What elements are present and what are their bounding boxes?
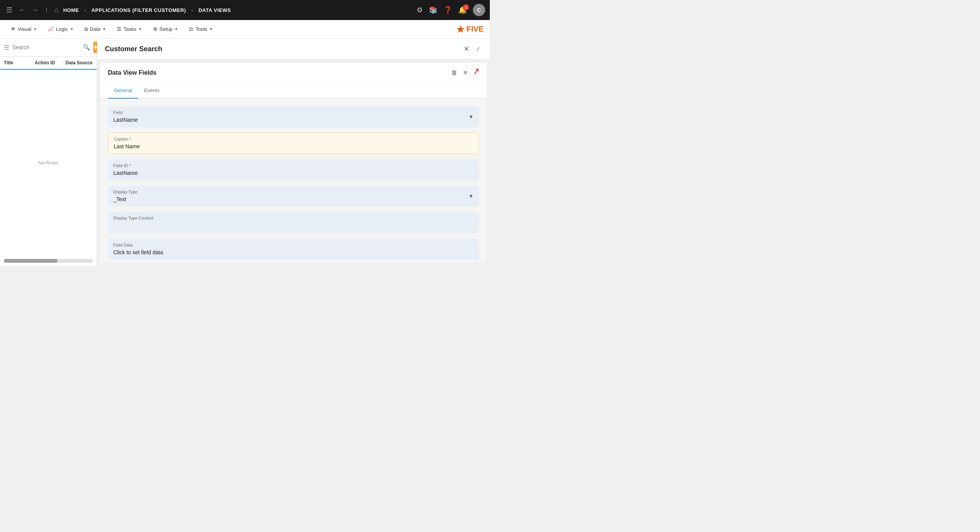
gear-icon: ⚙ <box>153 26 158 32</box>
field-label: Field <box>113 110 474 115</box>
display-type-context-label: Display Type Context <box>113 216 474 220</box>
logo-area: FIVE <box>456 25 484 34</box>
search-bar: ☰ 🔍 + <box>0 39 97 57</box>
caption-field: Caption * Last Name <box>108 133 479 154</box>
second-nav: 👁 Visual ▼ 📈 Logic ▼ ⧉ Data ▼ ☰ Tasks ▼ … <box>0 20 490 39</box>
breadcrumb-dataviews[interactable]: DATA VIEWS <box>198 7 231 13</box>
tools-icon: ⚖ <box>189 26 193 32</box>
dvf-header: Data View Fields 🗑 ✕ ✓ ↗ <box>100 63 487 83</box>
data-chevron: ▼ <box>103 27 106 31</box>
settings-icon[interactable]: ⚙ <box>417 6 423 14</box>
display-type-context-field: Display Type Context <box>108 212 479 233</box>
left-panel: ☰ 🔍 + Title Action ID Data Source No Row… <box>0 39 97 266</box>
tab-general[interactable]: General <box>108 83 138 99</box>
nav-right: ⚙ 📚 ❓ 🔔 1 C <box>417 4 485 16</box>
help-icon[interactable]: ❓ <box>444 6 452 14</box>
dvf-actions: 🗑 ✕ ✓ <box>450 68 479 77</box>
scrollbar-thumb <box>4 259 57 263</box>
up-icon[interactable]: ↑ <box>43 5 50 16</box>
breadcrumb-applications[interactable]: APPLICATIONS (FILTER CUSTOMER) <box>91 7 186 13</box>
customer-search-title: Customer Search <box>105 45 463 53</box>
field-id-value[interactable]: LastName <box>113 170 138 176</box>
display-type-field: Display Type _Text ▼ <box>108 186 479 206</box>
tabs: General Events <box>100 83 487 99</box>
visual-chevron: ▼ <box>33 27 37 31</box>
five-logo-text: FIVE <box>467 25 484 34</box>
field-id-label: Field ID * <box>113 163 474 168</box>
field-data-value[interactable]: Click to set field data <box>113 249 163 255</box>
nav-visual-label: Visual <box>18 26 31 32</box>
nav-setup-label: Setup <box>160 26 173 32</box>
data-view-fields-container: Data View Fields 🗑 ✕ ✓ ↗ General Events … <box>100 63 487 263</box>
table-header: Title Action ID Data Source <box>0 57 97 70</box>
svg-marker-0 <box>457 25 464 33</box>
field-id-field: Field ID * LastName <box>108 159 479 180</box>
logic-icon: 📈 <box>48 26 54 32</box>
form-content: Field LastName ▼ Caption * Last Name Fie… <box>100 99 487 263</box>
home-icon[interactable]: ⌂ <box>53 5 60 16</box>
caption-label: Caption * <box>114 137 473 141</box>
five-logo-icon <box>456 25 465 34</box>
display-type-dropdown-icon[interactable]: ▼ <box>468 193 474 199</box>
field-data-label: Field Data <box>113 243 474 247</box>
tasks-chevron: ▼ <box>138 27 142 31</box>
display-type-value: _Text <box>113 196 126 202</box>
col-data-source: Data Source <box>66 60 93 65</box>
col-sep-1 <box>33 60 33 66</box>
nav-logic-label: Logic <box>56 26 68 32</box>
field-field: Field LastName ▼ <box>108 106 479 127</box>
five-logo: FIVE <box>456 25 484 34</box>
nav-logic[interactable]: 📈 Logic ▼ <box>43 24 78 34</box>
field-value: LastName <box>113 117 138 123</box>
breadcrumb-sep1: › <box>84 7 86 13</box>
caption-value[interactable]: Last Name <box>114 143 140 149</box>
hamburger-icon[interactable]: ☰ <box>5 4 14 16</box>
notification-badge: 1 <box>463 4 469 10</box>
no-rows-message: No Rows <box>0 70 97 256</box>
search-icon[interactable]: 🔍 <box>83 44 90 51</box>
back-icon[interactable]: ← <box>17 5 27 16</box>
panel-hamburger-icon[interactable]: ☰ <box>4 44 9 51</box>
notification-container[interactable]: 🔔 1 <box>458 6 467 14</box>
nav-tasks[interactable]: ☰ Tasks ▼ <box>112 24 146 34</box>
field-data-field[interactable]: Field Data Click to set field data <box>108 239 479 260</box>
customer-search-header: Customer Search ✕ ✓ <box>97 39 490 60</box>
top-nav: ☰ ← → ↑ ⌂ HOME › APPLICATIONS (FILTER CU… <box>0 0 490 20</box>
cs-confirm-button[interactable]: ✓ <box>475 44 482 54</box>
library-icon[interactable]: 📚 <box>429 6 437 14</box>
tasks-icon: ☰ <box>117 26 121 32</box>
forward-icon[interactable]: → <box>30 5 40 16</box>
cs-actions: ✕ ✓ <box>463 44 482 54</box>
nav-data[interactable]: ⧉ Data ▼ <box>80 24 111 35</box>
dvf-title: Data View Fields <box>108 69 450 76</box>
col-sep-2 <box>64 60 64 66</box>
dvf-delete-button[interactable]: 🗑 <box>450 69 458 77</box>
right-panel: Customer Search ✕ ✓ Data View Fields 🗑 ✕… <box>97 39 490 266</box>
dvf-confirm-button[interactable]: ✓ <box>472 68 479 77</box>
horizontal-scrollbar[interactable] <box>4 259 93 263</box>
nav-tools-label: Tools <box>195 26 207 32</box>
nav-setup[interactable]: ⚙ Setup ▼ <box>148 24 183 34</box>
breadcrumb-sep2: › <box>192 7 193 13</box>
nav-data-label: Data <box>90 26 100 32</box>
tools-chevron: ▼ <box>209 27 213 31</box>
setup-chevron: ▼ <box>175 27 178 31</box>
table-icon: ⧉ <box>84 26 88 32</box>
cs-close-button[interactable]: ✕ <box>463 44 470 54</box>
display-type-label: Display Type <box>113 190 474 194</box>
nav-tasks-label: Tasks <box>123 26 136 32</box>
main-layout: ☰ 🔍 + Title Action ID Data Source No Row… <box>0 39 490 266</box>
avatar[interactable]: C <box>473 4 485 16</box>
eye-icon: 👁 <box>11 26 16 32</box>
logic-chevron: ▼ <box>70 27 74 31</box>
field-dropdown-icon[interactable]: ▼ <box>468 114 474 120</box>
nav-tools[interactable]: ⚖ Tools ▼ <box>184 24 217 34</box>
tab-events[interactable]: Events <box>138 83 166 99</box>
dvf-close-button[interactable]: ✕ <box>462 68 469 77</box>
breadcrumb-home[interactable]: HOME <box>63 7 79 13</box>
col-action-id: Action ID <box>35 60 62 65</box>
nav-visual[interactable]: 👁 Visual ▼ <box>6 24 42 34</box>
col-title: Title <box>4 60 31 65</box>
search-input[interactable] <box>12 44 80 50</box>
